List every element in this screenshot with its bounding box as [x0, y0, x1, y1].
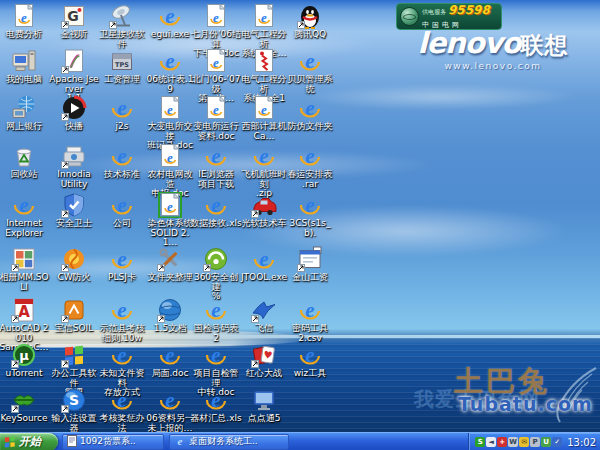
desktop-icon[interactable]: 快播 [48, 95, 100, 132]
desktop-icon[interactable]: ♥红心大战 [238, 342, 290, 379]
svg-text:e: e [261, 102, 267, 117]
desktop-icon[interactable]: µuTorrent [0, 342, 50, 379]
desktop-icon[interactable]: 腾讯QQ [284, 3, 336, 40]
desktop-icon[interactable]: eJTOOL.exe [238, 246, 290, 283]
mail-icon[interactable]: ✉ [519, 437, 529, 447]
desktop-icon[interactable]: e密码工具 2.csv [284, 297, 336, 343]
taskbar-task-button[interactable]: 1092货票系.. [62, 434, 164, 450]
desktop-icon[interactable]: ej2s [96, 95, 148, 132]
white-window-icon [297, 246, 323, 272]
desktop-icon-label: KeySource [0, 414, 50, 424]
globe-net-icon [11, 95, 37, 121]
stock-icon[interactable]: S [475, 437, 485, 447]
satellite-icon [109, 3, 135, 29]
usb-icon[interactable]: U [541, 437, 551, 447]
desktop-icon[interactable]: eInternet Explorer [0, 192, 50, 238]
start-button[interactable]: 开始 [0, 433, 58, 450]
desktop-icon[interactable]: e06资料另一 未上报的… [144, 387, 196, 433]
ie-icon: e [109, 297, 135, 323]
desktop-icon[interactable]: KeySource [0, 387, 50, 424]
desktop-icon[interactable]: 点点通5 [238, 387, 290, 424]
desktop-icon[interactable]: e数据接收.xls [190, 192, 242, 229]
desktop-icon[interactable]: 飞信 [238, 297, 290, 334]
autocad-icon: A [11, 297, 37, 323]
desktop-icon[interactable]: eIE浏览器 项目下载 [190, 143, 242, 189]
security-icon[interactable]: ✓ [552, 437, 562, 447]
wps-icon[interactable]: W [508, 437, 518, 447]
desktop-icon-label: 红心大战 [238, 369, 290, 379]
desktop-icon[interactable]: e飞机航班时刻 .zip [238, 143, 290, 199]
ie-green-icon: e [157, 192, 183, 218]
printer-icon[interactable]: P [530, 437, 540, 447]
ie-icon: e [297, 95, 323, 121]
desktop-icon[interactable]: e农村电网改造 申报.doc [144, 143, 196, 199]
desktop-icon[interactable]: e染色体系统 SOLID 2.1… [144, 192, 196, 248]
ie-icon: e [157, 3, 183, 29]
desktop-icon-label: 相册MM.SOLI [0, 273, 50, 292]
desktop-icon[interactable]: 卫星接收软件 [96, 3, 148, 49]
win-flag-icon [61, 342, 87, 368]
svg-text:e: e [21, 10, 27, 25]
desktop-icon[interactable]: e06统计表.19 [144, 48, 196, 94]
desktop-icon[interactable]: 1.5文档 [144, 297, 196, 334]
desktop-icon[interactable]: 网上银行 [0, 95, 50, 132]
svg-text:µ: µ [19, 348, 29, 363]
desktop-icon[interactable]: e电费分析 [0, 3, 50, 40]
ie-icon: e [157, 48, 183, 74]
computer2-icon [251, 387, 277, 413]
desktop-icon-label: 输入法设置 器 [48, 414, 100, 433]
svg-text:e: e [167, 150, 173, 165]
desktop-icon[interactable]: e公司 [96, 192, 148, 229]
desktop-icon[interactable]: 金山工资 [284, 246, 336, 283]
desktop-icon[interactable]: e西部计算机 Ca… [238, 95, 290, 141]
svg-text:S: S [69, 392, 79, 408]
tools-icon [157, 246, 183, 272]
desktop-icon[interactable]: 安全卫士 [48, 192, 100, 229]
svg-text:e: e [261, 10, 267, 25]
desktop-icon[interactable]: e器材汇总.xls [190, 387, 242, 424]
desktop-icon[interactable]: 相册MM.SOLI [0, 246, 50, 292]
desktop-icon[interactable]: 我的电脑 [0, 48, 50, 85]
desktop-icon[interactable]: 文件夹整理 [144, 246, 196, 283]
desktop-icon[interactable]: e变电所运行 资料.doc [190, 95, 242, 141]
taskbar-clock[interactable]: 13:02 [567, 437, 596, 448]
svg-text:e: e [167, 199, 173, 214]
desktop-icon[interactable]: e国检号码表 2 [190, 297, 242, 343]
svg-text:e: e [167, 102, 173, 117]
desktop-icon[interactable]: CW防火 [48, 246, 100, 283]
desktop-icon-label: egui.exe [144, 30, 196, 40]
desktop-icon[interactable]: 360安全创建 % [190, 246, 242, 302]
desktop-icon-label: wiz工具 [284, 369, 336, 379]
desktop-icon[interactable]: S输入法设置 器 [48, 387, 100, 433]
desktop-icon[interactable]: e防伪文件夹 [284, 95, 336, 132]
desktop-icon-label: 我的电脑 [0, 75, 50, 85]
desktop-icon[interactable]: ewiz工具 [284, 342, 336, 379]
desktop-icon[interactable]: G金视听 [48, 3, 100, 40]
media-icon[interactable]: ◄ [486, 437, 496, 447]
desktop-icon[interactable]: 回收站 [0, 143, 50, 180]
desktop-icon[interactable]: TPS工资管理 [96, 48, 148, 85]
desktop-icon[interactable]: e贝贝管理系统 [284, 48, 336, 94]
desktop-icon-label: 金视听 [48, 30, 100, 40]
svg-text:e: e [211, 343, 220, 367]
desktop-icon-label: 金山工资 [284, 273, 336, 283]
desktop-icon[interactable]: e示范县考核 细则.10w [96, 297, 148, 343]
desktop-icon[interactable]: e局面.doc [144, 342, 196, 379]
desktop-icon[interactable]: 光软技术车 [238, 192, 290, 229]
desktop[interactable]: 供电服务95598 中国电网 lenovo联想 www.lenovo.com e… [0, 0, 600, 450]
desktop-icon[interactable]: ePLSJ卡 [96, 246, 148, 283]
desktop-icon[interactable]: e春运安排表 .rar [284, 143, 336, 189]
desktop-icon[interactable]: 宝信SOIL [48, 297, 100, 334]
desktop-icon[interactable]: eegui.exe [144, 3, 196, 40]
ie-icon: e [109, 192, 135, 218]
desktop-icon-label: 防伪文件夹 [284, 122, 336, 132]
antivirus-icon[interactable]: + [497, 437, 507, 447]
ie-icon: e [203, 192, 229, 218]
svg-text:e: e [165, 343, 174, 367]
desktop-icon[interactable]: e3CS(s1s_b). [284, 192, 336, 238]
desktop-icon[interactable]: Innodia Utility [48, 143, 100, 189]
desktop-icon[interactable]: e技术标准 [96, 143, 148, 180]
ie-icon: e [203, 342, 229, 368]
taskbar-task-button[interactable]: e桌面财务系统工.. [169, 434, 289, 450]
svg-text:e: e [165, 4, 174, 28]
